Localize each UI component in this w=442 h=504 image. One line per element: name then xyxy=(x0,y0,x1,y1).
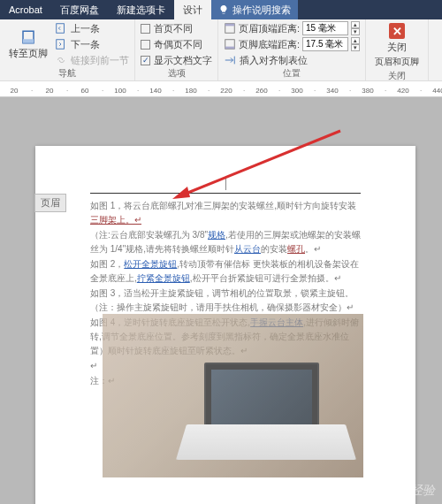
page[interactable]: 页眉 如图 1，将云台底部螺孔对准三脚架的安装螺丝,顺时针方向旋转安装三脚架上。… xyxy=(35,146,415,504)
checkbox-checked-icon: ✓ xyxy=(141,56,150,65)
group-nav: 转至页脚 上一条 下一条 链接到前一节 导航 xyxy=(0,19,135,80)
checkbox-icon xyxy=(141,24,150,34)
link-icon xyxy=(55,54,67,66)
tab-baidu[interactable]: 百度网盘 xyxy=(51,0,108,19)
next-icon xyxy=(55,38,67,50)
annotation-arrow xyxy=(168,126,345,206)
show-doc-text-checkbox[interactable]: ✓显示文档文字 xyxy=(141,53,212,67)
watermark: Bai 经验 xyxy=(368,483,435,499)
checkbox-icon xyxy=(141,40,150,50)
svg-rect-7 xyxy=(225,47,235,50)
header-distance-input[interactable] xyxy=(302,21,348,35)
group-options: 首页不同 奇偶页不同 ✓显示文档文字 选项 xyxy=(135,19,218,80)
goto-footer-icon xyxy=(20,29,36,45)
document-canvas: 页眉 如图 1，将云台底部螺孔对准三脚架的安装螺丝,顺时针方向旋转安装三脚架上。… xyxy=(0,97,442,504)
goto-footer-label: 转至页脚 xyxy=(9,47,48,60)
goto-footer-button[interactable]: 转至页脚 xyxy=(5,21,51,67)
align-tab-icon xyxy=(224,54,236,66)
horizontal-ruler[interactable]: 20·20·60·100·140·180·220·260·300·340·380… xyxy=(0,81,442,97)
page-header-region[interactable] xyxy=(90,176,361,194)
ribbon-tabs: Acrobat 百度网盘 新建选项卡 设计 操作说明搜索 xyxy=(0,0,442,19)
insert-align-tab-button[interactable]: 插入对齐制表位 xyxy=(224,53,360,67)
footer-distance-label: 页脚底端距离: xyxy=(239,38,300,51)
header-badge: 页眉 xyxy=(34,194,66,212)
group-close: ✕ 关闭 页眉和页脚 关闭 xyxy=(366,19,429,80)
next-button[interactable]: 下一条 xyxy=(55,37,129,51)
prev-icon xyxy=(55,22,67,34)
tab-new[interactable]: 新建选项卡 xyxy=(108,0,174,19)
svg-rect-5 xyxy=(225,24,235,27)
tab-design[interactable]: 设计 xyxy=(174,0,211,19)
link-prev-button: 链接到前一节 xyxy=(55,53,129,67)
close-header-footer-button[interactable]: ✕ 关闭 页眉和页脚 xyxy=(371,21,423,70)
svg-rect-2 xyxy=(57,24,65,34)
header-distance-label: 页眉顶端距离: xyxy=(239,22,300,35)
svg-rect-1 xyxy=(23,39,34,43)
footer-distance-icon xyxy=(224,38,236,50)
lightbulb-icon xyxy=(218,4,229,15)
footer-distance-spinner[interactable]: ▴▾ xyxy=(351,37,360,51)
help-search-label: 操作说明搜索 xyxy=(232,0,291,19)
group-nav-label: 导航 xyxy=(5,67,129,81)
embedded-image[interactable] xyxy=(103,314,363,477)
close-icon: ✕ xyxy=(389,23,405,39)
first-page-diff-checkbox[interactable]: 首页不同 xyxy=(141,21,212,35)
paw-icon xyxy=(368,483,385,499)
group-options-label: 选项 xyxy=(141,67,212,81)
svg-rect-3 xyxy=(57,40,65,50)
prev-button[interactable]: 上一条 xyxy=(55,21,129,35)
odd-even-diff-checkbox[interactable]: 奇偶页不同 xyxy=(141,37,212,51)
text-cursor xyxy=(225,176,226,190)
tab-acrobat[interactable]: Acrobat xyxy=(0,0,51,19)
footer-distance-row: 页脚底端距离: ▴▾ xyxy=(224,37,360,51)
ribbon: 转至页脚 上一条 下一条 链接到前一节 导航 xyxy=(0,19,442,81)
footer-distance-input[interactable] xyxy=(302,37,348,51)
header-distance-row: 页眉顶端距离: ▴▾ xyxy=(224,21,360,35)
header-distance-icon xyxy=(224,22,236,34)
laptop-graphic xyxy=(187,363,346,469)
help-search[interactable]: 操作说明搜索 xyxy=(211,0,298,19)
header-distance-spinner[interactable]: ▴▾ xyxy=(351,21,360,35)
group-position: 页眉顶端距离: ▴▾ 页脚底端距离: ▴▾ 插入对齐制表位 位置 xyxy=(218,19,366,80)
group-position-label: 位置 xyxy=(224,67,360,81)
